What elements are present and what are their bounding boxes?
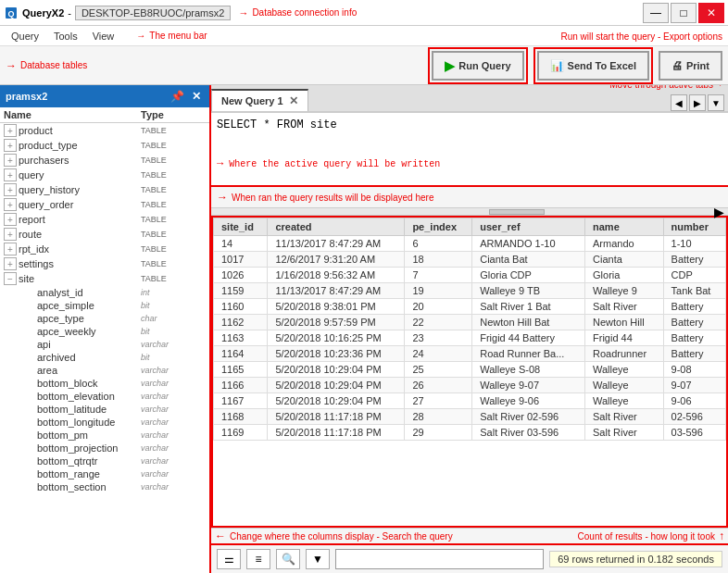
- sidebar-item-query[interactable]: + query TABLE: [0, 168, 209, 182]
- sidebar-child-item[interactable]: bottom_projectionvarchar: [0, 442, 209, 455]
- sidebar-child-item[interactable]: bottom_longitudevarchar: [0, 416, 209, 429]
- sidebar-column-headers: Name Type: [0, 107, 209, 123]
- bottom-right-annotation: Count of results - how long it took: [578, 531, 715, 542]
- list-view-btn[interactable]: ≡: [246, 549, 270, 569]
- sidebar-item-rpt-idx[interactable]: + rpt_idx TABLE: [0, 242, 209, 256]
- child-name: analyst_id: [37, 287, 141, 298]
- sidebar-child-item[interactable]: analyst_idint: [0, 286, 209, 299]
- column-view-btn[interactable]: ⚌: [217, 549, 241, 569]
- table-cell: Walleye 9-06: [472, 393, 585, 409]
- col-created: created: [268, 218, 405, 236]
- table-name-rpt-idx: rpt_idx: [19, 243, 141, 255]
- sidebar-item-query-history[interactable]: + query_history TABLE: [0, 182, 209, 197]
- child-name: archived: [37, 352, 141, 363]
- table-row: 11685/20/2018 11:17:18 PM28Salt River 02…: [214, 409, 726, 425]
- sidebar-child-item[interactable]: apce_simplebit: [0, 299, 209, 312]
- query-editor[interactable]: SELECT * FROM site → Where the active qu…: [211, 113, 728, 187]
- sidebar-item-purchasers[interactable]: + purchasers TABLE: [0, 153, 209, 168]
- menubar-annotation: The menu bar: [149, 31, 207, 41]
- menu-query[interactable]: Query: [4, 29, 46, 44]
- table-cell: Salt River 1 Bat: [472, 299, 585, 315]
- sidebar-item-product[interactable]: + product TABLE: [0, 123, 209, 138]
- menu-view[interactable]: View: [85, 29, 122, 44]
- app-title: QueryX2: [22, 7, 64, 19]
- sidebar-child-item[interactable]: apivarchar: [0, 338, 209, 351]
- sidebar-child-item[interactable]: bottom_sectionvarchar: [0, 480, 209, 493]
- menu-tools[interactable]: Tools: [46, 29, 85, 44]
- sidebar-item-query-order[interactable]: + query_order TABLE: [0, 197, 209, 212]
- db-connection: DESKTOP-EB8RUOC/pramsx2: [75, 6, 231, 20]
- tabs-prev-btn[interactable]: ◀: [671, 94, 687, 111]
- tabs-nav[interactable]: Move through active tabs ← ◀ ▶ ▼: [671, 94, 728, 111]
- expand-icon[interactable]: +: [4, 154, 17, 167]
- print-button[interactable]: 🖨 Print: [659, 51, 722, 81]
- expand-icon[interactable]: +: [4, 168, 17, 181]
- table-cell: Walleye: [585, 362, 664, 378]
- table-cell: 1160: [214, 299, 268, 315]
- sidebar-tree[interactable]: + product TABLE + product_type TABLE + p…: [0, 123, 209, 573]
- scroll-right-btn[interactable]: ▶: [714, 205, 724, 219]
- search-dropdown-btn[interactable]: ▼: [306, 549, 330, 569]
- expand-icon[interactable]: +: [4, 243, 17, 255]
- table-cell: 7: [405, 268, 472, 283]
- sidebar-item-settings[interactable]: + settings TABLE: [0, 256, 209, 271]
- table-cell: 11/13/2017 8:47:29 AM: [268, 236, 405, 252]
- title-separator: -: [68, 7, 71, 19]
- sidebar-item-site[interactable]: − site TABLE: [0, 271, 209, 286]
- run-query-button[interactable]: ▶ Run Query: [432, 51, 523, 81]
- expand-icon[interactable]: +: [4, 213, 17, 226]
- tabs-next-btn[interactable]: ▶: [689, 94, 706, 111]
- results-table-area[interactable]: site_id created pe_index user_ref name n…: [211, 216, 728, 528]
- sidebar-header-controls[interactable]: 📌 ✕: [168, 90, 204, 103]
- sidebar-child-item[interactable]: bottom_pmvarchar: [0, 429, 209, 442]
- tab-new-query-1[interactable]: New Query 1 ✕: [211, 89, 308, 111]
- sidebar-pin-btn[interactable]: 📌: [168, 90, 187, 103]
- sidebar-child-item[interactable]: bottom_elevationvarchar: [0, 390, 209, 403]
- minimize-button[interactable]: —: [643, 3, 669, 23]
- sidebar-close-btn[interactable]: ✕: [189, 90, 204, 103]
- table-cell: 26: [405, 378, 472, 393]
- table-cell: 03-596: [663, 425, 725, 441]
- expand-icon[interactable]: +: [4, 139, 17, 152]
- tab-close-btn[interactable]: ✕: [289, 94, 298, 107]
- search-input[interactable]: [335, 549, 544, 569]
- sidebar-child-item[interactable]: bottom_latitudevarchar: [0, 403, 209, 416]
- sidebar-child-item[interactable]: archivedbit: [0, 351, 209, 364]
- h-scrollbar-thumb[interactable]: [489, 209, 545, 215]
- table-type-settings: TABLE: [141, 259, 206, 268]
- table-cell: 1164: [214, 346, 268, 362]
- tabs-dropdown-btn[interactable]: ▼: [708, 94, 724, 111]
- table-type-query: TABLE: [141, 170, 206, 180]
- table-name-product-type: product_type: [19, 140, 141, 151]
- table-cell: Gloria: [585, 268, 664, 283]
- sidebar-item-route[interactable]: + route TABLE: [0, 227, 209, 242]
- sidebar-child-item[interactable]: bottom_rangevarchar: [0, 467, 209, 480]
- sidebar-item-report[interactable]: + report TABLE: [0, 212, 209, 227]
- expand-icon[interactable]: +: [4, 228, 17, 241]
- table-cell: Battery: [663, 252, 725, 268]
- sidebar-child-item[interactable]: bottom_qtrqtrvarchar: [0, 455, 209, 467]
- send-to-excel-button[interactable]: 📊 Send To Excel: [537, 51, 649, 81]
- sidebar-child-item[interactable]: areavarchar: [0, 364, 209, 377]
- sidebar-child-item[interactable]: apce_weeklybit: [0, 325, 209, 338]
- child-type: varchar: [141, 482, 206, 492]
- sidebar-child-item[interactable]: apce_typechar: [0, 312, 209, 325]
- search-btn[interactable]: 🔍: [276, 549, 300, 569]
- child-name: bottom_latitude: [37, 404, 141, 415]
- col-pe-index: pe_index: [405, 218, 472, 236]
- maximize-button[interactable]: □: [671, 3, 697, 23]
- collapse-icon[interactable]: −: [4, 272, 17, 285]
- expand-icon[interactable]: +: [4, 124, 17, 137]
- child-type: varchar: [141, 379, 206, 388]
- sidebar-item-product-type[interactable]: + product_type TABLE: [0, 138, 209, 153]
- results-tbody: 1411/13/2017 8:47:29 AM6ARMANDO 1-10Arma…: [214, 236, 726, 441]
- expand-icon[interactable]: +: [4, 183, 17, 196]
- table-cell: Battery: [663, 299, 725, 315]
- results-annotation-bar: → When ran the query results will be dis…: [211, 187, 728, 208]
- expand-icon[interactable]: +: [4, 198, 17, 211]
- close-button[interactable]: ✕: [698, 3, 724, 23]
- expand-icon[interactable]: +: [4, 257, 17, 270]
- sidebar-child-item[interactable]: bottom_blockvarchar: [0, 377, 209, 390]
- child-type: varchar: [141, 340, 206, 349]
- window-controls[interactable]: — □ ✕: [643, 3, 724, 23]
